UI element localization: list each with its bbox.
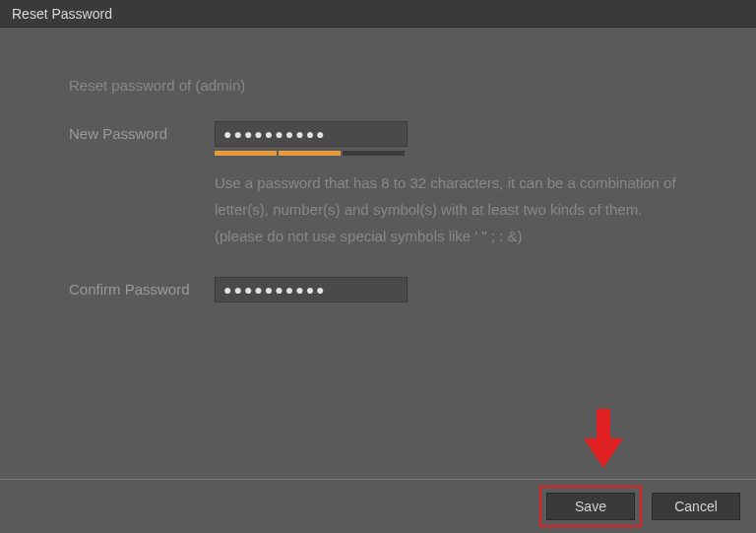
cancel-button[interactable]: Cancel	[652, 493, 740, 520]
dialog-header: Reset Password	[0, 0, 756, 28]
strength-segment	[279, 151, 341, 156]
save-button-highlight: Save	[539, 486, 642, 527]
save-button[interactable]: Save	[546, 493, 635, 520]
password-hint: Use a password that has 8 to 32 characte…	[215, 169, 687, 249]
strength-segment	[215, 151, 277, 156]
dialog-footer: Save Cancel	[0, 479, 756, 533]
new-password-row: New Password	[69, 121, 687, 156]
dialog-content: Reset password of (admin) New Password U…	[0, 28, 756, 330]
password-strength-bar	[215, 151, 408, 156]
instruction-arrow-icon	[584, 409, 623, 472]
dialog-title: Reset Password	[12, 6, 112, 22]
new-password-input[interactable]	[215, 121, 408, 147]
new-password-label: New Password	[69, 121, 215, 156]
strength-segment	[343, 151, 405, 156]
confirm-password-input[interactable]	[215, 277, 408, 302]
confirm-password-row: Confirm Password	[69, 277, 687, 302]
subtitle-text: Reset password of (admin)	[69, 77, 687, 94]
confirm-password-label: Confirm Password	[69, 277, 215, 302]
